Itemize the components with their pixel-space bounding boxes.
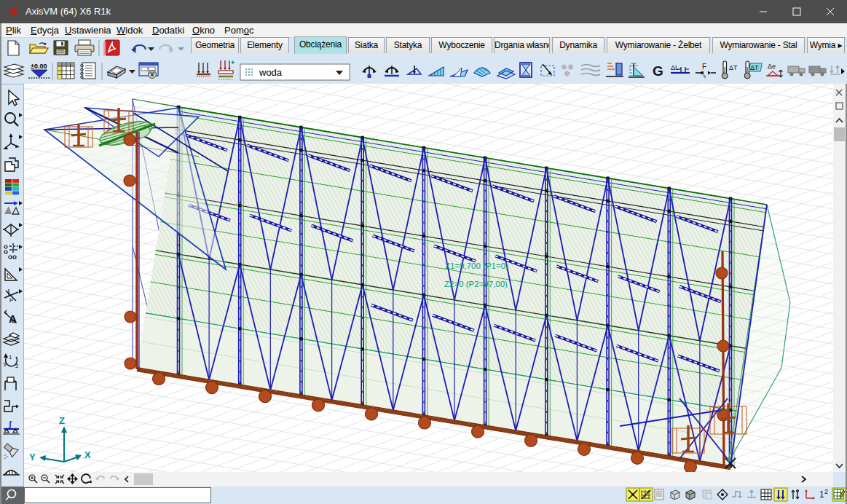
svg-text:ʃ: ʃ (8, 420, 12, 428)
svg-text:Z: Z (59, 415, 65, 426)
svg-text:ΔT: ΔT (729, 64, 738, 71)
svg-text:Y: Y (29, 452, 36, 462)
svg-text:Δe: Δe (768, 63, 776, 70)
svg-text:ΔT: ΔT (750, 64, 759, 71)
svg-text:G: G (653, 63, 663, 79)
svg-text:Z1=9,700 (P1=0): Z1=9,700 (P1=0) (445, 261, 508, 270)
svg-text:❄: ❄ (564, 69, 570, 78)
svg-text:P: P (9, 297, 13, 304)
svg-text:3: 3 (3, 361, 7, 368)
svg-text:2: 2 (824, 488, 828, 495)
svg-text:+: + (231, 59, 235, 66)
svg-text:F: F (702, 63, 706, 71)
svg-text:ΔL: ΔL (671, 64, 679, 71)
svg-text:Z2=0 (P2=97,00): Z2=0 (P2=97,00) (444, 280, 508, 288)
svg-text:1: 1 (819, 489, 824, 500)
svg-text:2: 2 (15, 363, 19, 369)
svg-text:X: X (84, 449, 91, 460)
svg-text:1: 1 (9, 354, 12, 361)
svg-text:±0.00: ±0.00 (31, 63, 47, 70)
svg-text:A: A (9, 312, 17, 325)
svg-text:woda: woda (259, 67, 283, 78)
